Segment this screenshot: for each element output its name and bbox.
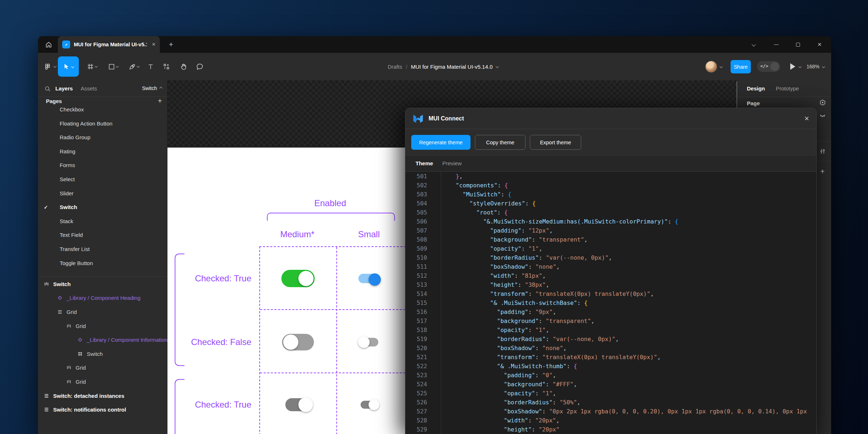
actions-tool-button[interactable] [161, 61, 172, 72]
window-maximize-button[interactable] [792, 36, 803, 53]
switch-thumb[interactable] [358, 336, 370, 348]
switch-thumb[interactable] [369, 399, 379, 410]
window-menu-button[interactable] [748, 36, 759, 53]
line-number: 523 [405, 371, 427, 380]
present-button[interactable] [790, 61, 801, 72]
frame-icon [77, 351, 83, 357]
layer-item[interactable]: Grid [38, 375, 167, 389]
page-item[interactable]: Slider [38, 187, 167, 201]
zoom-menu[interactable]: 168% [807, 61, 825, 72]
home-button[interactable] [40, 36, 57, 53]
line-number: 526 [405, 398, 427, 407]
columns-icon [66, 379, 72, 385]
line-number: 507 [405, 226, 427, 235]
page-item-label: Text Field [60, 232, 83, 238]
account-menu[interactable] [705, 59, 722, 75]
breadcrumb-chevron-icon[interactable] [496, 65, 499, 68]
code-line: 528"width": "20px", [405, 416, 816, 425]
move-tool-button[interactable] [58, 56, 79, 77]
page-item[interactable]: Transfer List [38, 242, 167, 256]
page-item[interactable]: Forms [38, 158, 167, 173]
layer-item[interactable]: _Library / Component Heading [38, 291, 167, 305]
code-line: 520"boxShadow": "none", [405, 344, 816, 353]
code-line: 522"& .MuiSwitch-thumb": { [405, 362, 816, 371]
switch-thumb[interactable] [298, 397, 313, 412]
regenerate-theme-button[interactable]: Regenerate theme [411, 135, 471, 150]
line-number: 501 [405, 172, 427, 181]
breadcrumb-drafts[interactable]: Drafts [388, 64, 402, 70]
eye-closed-icon[interactable] [818, 111, 826, 119]
comment-tool-button[interactable] [195, 61, 205, 72]
page-item-label: Floating Action Button [60, 120, 112, 127]
tab-design[interactable]: Design [747, 85, 765, 92]
page-item[interactable]: Rating [38, 145, 167, 159]
selection-chip[interactable]: Switch [142, 85, 162, 91]
adjust-sliders-icon[interactable] [818, 147, 826, 155]
page-item[interactable]: Checkbox [38, 103, 167, 117]
layer-item[interactable]: Grid [38, 361, 167, 375]
page-item[interactable]: Text Field [38, 228, 167, 242]
page-item[interactable]: Floating Action Button [38, 117, 167, 131]
page-item[interactable]: ✓Switch [38, 200, 167, 214]
pen-tool-button[interactable] [127, 61, 138, 72]
move-tool-chevron-icon[interactable] [71, 65, 74, 68]
page-item[interactable]: Radio Group [38, 131, 167, 145]
dev-mode-toggle[interactable]: </> [757, 61, 780, 72]
line-number: 511 [405, 262, 427, 271]
layer-item[interactable]: Switch [38, 347, 167, 361]
home-icon [45, 41, 52, 48]
tab-layers[interactable]: Layers [55, 85, 73, 92]
line-number: 506 [405, 217, 427, 226]
line-number: 521 [405, 353, 427, 362]
layer-item[interactable]: Grid [38, 319, 167, 333]
page-item[interactable]: Select [38, 173, 167, 187]
search-icon[interactable] [44, 86, 51, 92]
main-menu-button[interactable] [42, 61, 53, 72]
page-color-style-icon[interactable] [818, 98, 826, 106]
window-close-button[interactable]: × [814, 36, 825, 53]
layer-item-label: Switch [53, 281, 71, 287]
tab-theme[interactable]: Theme [416, 160, 433, 166]
frame-tool-button[interactable] [85, 61, 96, 72]
code-line: 525"opacity": "1", [405, 389, 816, 398]
hand-tool-button[interactable] [178, 61, 189, 72]
file-tab[interactable]: MUI for Figma Material UI-v5.14.0 × [58, 36, 160, 53]
page-item[interactable]: Stack [38, 214, 167, 229]
tab-assets[interactable]: Assets [81, 85, 97, 92]
account-chevron-icon[interactable] [720, 65, 723, 68]
present-chevron-icon[interactable] [799, 65, 801, 68]
selection-chip-label: Switch [142, 85, 157, 91]
code-line: 519"borderRadius": "var(--none, 0px)", [405, 335, 816, 344]
layer-item[interactable]: Switch [38, 277, 167, 291]
layer-item[interactable]: Grid [38, 305, 167, 319]
grid-row-divider [260, 373, 413, 373]
page-item[interactable]: Toggle Button [38, 256, 167, 271]
layer-item[interactable]: Switch: notifications control [38, 403, 167, 417]
line-number: 527 [405, 407, 427, 416]
zoom-chevron-icon[interactable] [822, 65, 825, 68]
window-minimize-button[interactable] [771, 36, 782, 53]
export-theme-button[interactable]: Export theme [530, 135, 581, 150]
tab-prototype[interactable]: Prototype [776, 85, 799, 92]
breadcrumb-file-name[interactable]: MUI for Figma Material UI-v5.14.0 [411, 64, 493, 70]
switch-thumb[interactable] [283, 335, 298, 350]
new-tab-button[interactable]: + [164, 36, 178, 53]
copy-theme-button[interactable]: Copy theme [475, 135, 526, 150]
code-area[interactable]: 501},502"components": {503"MuiSwitch": {… [405, 172, 816, 434]
dev-mode-icon: </> [760, 63, 769, 69]
shape-tool-button[interactable] [106, 61, 117, 72]
dialog-close-icon[interactable]: × [804, 114, 809, 123]
main-menu-chevron-icon[interactable] [54, 65, 56, 68]
layer-item[interactable]: Switch: detached instances [38, 389, 167, 403]
layer-item[interactable]: _Library / Component Information [38, 333, 167, 347]
line-number: 517 [405, 316, 427, 326]
text-tool-button[interactable] [145, 61, 156, 72]
switch-thumb[interactable] [369, 273, 381, 286]
page-section-label: Page [747, 100, 760, 106]
tab-close-icon[interactable]: × [152, 41, 156, 48]
switch-thumb[interactable] [298, 271, 314, 286]
canvas-top-bracket [267, 213, 395, 221]
add-section-button[interactable]: + [818, 167, 826, 175]
share-button[interactable]: Share [731, 60, 751, 73]
tab-preview[interactable]: Preview [442, 160, 461, 166]
